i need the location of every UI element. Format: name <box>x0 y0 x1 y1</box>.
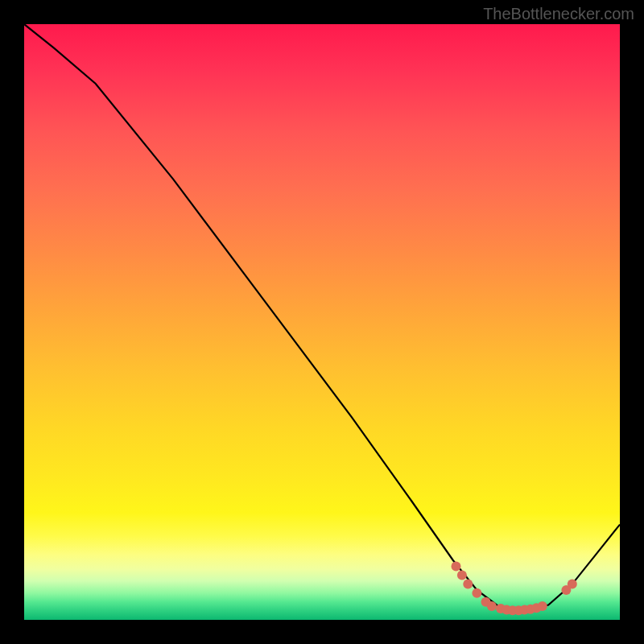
data-point-marker <box>472 588 481 598</box>
data-point-marker <box>487 601 497 611</box>
watermark-text: TheBottlenecker.com <box>483 5 634 23</box>
chart-svg <box>24 24 620 620</box>
data-markers <box>452 561 577 615</box>
curve-line <box>24 24 620 611</box>
data-point-marker <box>568 580 577 589</box>
data-point-marker <box>463 580 473 589</box>
data-point-marker <box>538 601 547 611</box>
chart-container: TheBottlenecker.com <box>0 0 644 644</box>
data-point-marker <box>457 571 467 580</box>
plot-area <box>24 24 620 620</box>
data-point-marker <box>452 561 461 571</box>
